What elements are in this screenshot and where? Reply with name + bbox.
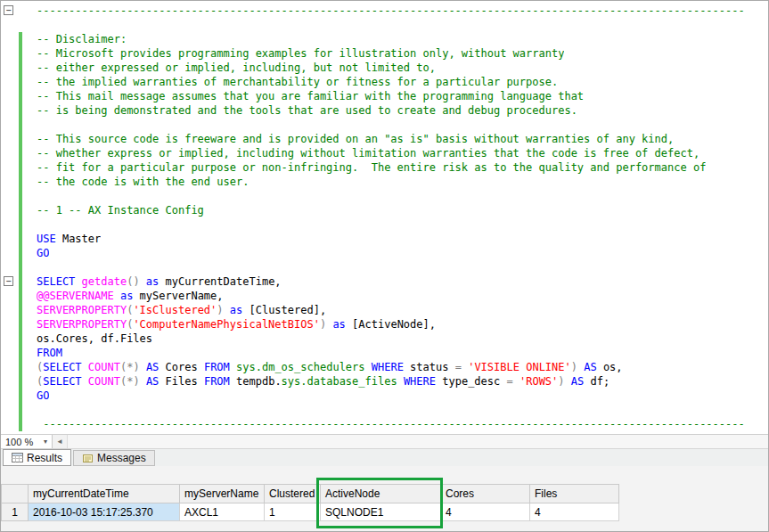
code-line-text[interactable]: FROM	[37, 346, 62, 360]
code-line-text[interactable]: -- Microsoft provides programming exampl…	[37, 46, 564, 61]
code-token: SELECT	[37, 275, 75, 288]
scroll-left-button[interactable]: ◄	[53, 435, 68, 448]
code-token	[82, 375, 88, 388]
code-line-text[interactable]: -- This source code is freeware and is p…	[37, 132, 674, 146]
row-header[interactable]: 1	[2, 503, 29, 521]
tab-messages[interactable]: Messages	[73, 450, 155, 466]
change-tracking-bar	[19, 189, 22, 203]
code-token: 'VISIBLE ONLINE'	[468, 361, 571, 373]
column-header-files[interactable]: Files	[530, 485, 619, 503]
code-line-text[interactable]: -- is being demonstrated and the tools t…	[37, 103, 577, 118]
outline-gutter	[1, 89, 19, 103]
change-tracking-bar	[19, 303, 22, 317]
code-line-text[interactable]: SERVERPROPERTY('ComputerNamePhysicalNetB…	[37, 317, 436, 331]
outline-gutter	[1, 403, 19, 417]
code-token: Master	[56, 233, 102, 245]
code-line-text[interactable]: -- the code is with the end user.	[37, 175, 249, 189]
code-line	[1, 189, 768, 203]
code-line-text[interactable]: -- Disclaimer:	[37, 32, 127, 46]
column-header-myservername[interactable]: myServerName	[180, 485, 265, 503]
code-line-text[interactable]: os.Cores, df.Files	[37, 331, 152, 346]
column-header-mycurrentdatetime[interactable]: myCurrentDateTime	[29, 485, 180, 503]
code-line-text[interactable]: SERVERPROPERTY('IsClustered') as [Cluste…	[37, 303, 326, 317]
code-token	[140, 275, 146, 288]
tab-results-label: Results	[27, 452, 62, 464]
code-line-text[interactable]: @@SERVERNAME as myServerName,	[37, 289, 224, 303]
code-line-text[interactable]: USE Master	[37, 232, 101, 246]
grid-cell-clustered[interactable]: 1	[265, 503, 321, 521]
code-token: SELECT	[43, 361, 81, 373]
code-line-text[interactable]: ----------------------------------------…	[37, 4, 745, 18]
horizontal-scrollbar-track[interactable]	[68, 435, 768, 448]
outline-gutter	[1, 289, 19, 303]
code-token: sys.database_files	[282, 375, 397, 388]
code-line-text[interactable]: SELECT getdate() as myCurrentDateTime,	[37, 274, 282, 289]
code-line-text[interactable]: GO	[37, 389, 49, 403]
code-line-text[interactable]: -- This mail message assumes that you ar…	[37, 89, 584, 103]
change-tracking-bar	[19, 389, 22, 403]
tab-messages-label: Messages	[97, 452, 146, 464]
code-line: −SELECT getdate() as myCurrentDateTime,	[1, 274, 768, 289]
code-line: -- Microsoft provides programming exampl…	[1, 46, 768, 61]
grid-cell-myservername[interactable]: AXCL1	[180, 503, 265, 521]
code-line: GO	[1, 246, 768, 260]
outline-gutter	[1, 118, 19, 132]
collapse-toggle-icon[interactable]: −	[4, 276, 13, 286]
code-line-text[interactable]: -- fit for a particular purpose or non-i…	[37, 160, 706, 175]
change-tracking-bar	[19, 346, 22, 360]
code-token: 'ComputerNamePhysicalNetBIOS'	[133, 318, 320, 331]
code-line-text[interactable]: -- 1 -- AX Instance Config	[37, 203, 204, 217]
outline-gutter	[1, 346, 19, 360]
outline-gutter	[1, 75, 19, 89]
code-token: -- whether express or implied, including…	[37, 147, 699, 160]
code-line: SERVERPROPERTY('ComputerNamePhysicalNetB…	[1, 317, 768, 331]
code-line: SERVERPROPERTY('IsClustered') as [Cluste…	[1, 303, 768, 317]
code-token: FROM	[204, 361, 230, 373]
grid-cell-files[interactable]: 4	[530, 503, 619, 521]
code-token: type_desc	[436, 375, 506, 388]
code-token	[140, 375, 146, 388]
code-line-text[interactable]: -- the implied warranties of merchantabi…	[37, 75, 558, 89]
code-line-text[interactable]: -- either expressed or implied, includin…	[37, 61, 436, 75]
code-token: AS	[146, 361, 159, 373]
outline-gutter	[1, 317, 19, 331]
code-line-text[interactable]: -- whether express or implied, including…	[37, 146, 699, 160]
code-token	[82, 361, 88, 373]
code-line	[1, 217, 768, 232]
code-line-text[interactable]: (SELECT COUNT(*) AS Cores FROM sys.dm_os…	[37, 360, 623, 374]
outline-gutter	[1, 374, 19, 389]
code-line-text[interactable]: (SELECT COUNT(*) AS Files FROM tempdb.sy…	[37, 374, 609, 389]
column-header-activenode[interactable]: ActiveNode	[321, 485, 441, 503]
change-tracking-bar	[19, 203, 22, 217]
code-token: USE	[37, 233, 56, 245]
grid-cell-mycurrentdatetime[interactable]: 2016-10-03 15:17:25.370	[29, 503, 180, 521]
code-token: -- Microsoft provides programming exampl…	[37, 47, 564, 60]
code-token: 'IsClustered'	[133, 304, 217, 316]
grid-cell-cores[interactable]: 4	[441, 503, 530, 521]
code-line-text[interactable]: ----------------------------------------…	[37, 417, 745, 431]
code-line: USE Master	[1, 232, 768, 246]
code-token: -- is being demonstrated and the tools t…	[37, 104, 577, 117]
sql-code-editor[interactable]: −---------------------------------------…	[1, 1, 768, 434]
code-line: os.Cores, df.Files	[1, 331, 768, 346]
change-tracking-bar	[19, 18, 22, 32]
collapse-toggle-icon[interactable]: −	[4, 5, 13, 15]
code-token: AS	[146, 375, 159, 388]
tab-results[interactable]: Results	[3, 449, 71, 466]
grid-cell-activenode[interactable]: SQLNODE1	[321, 503, 441, 521]
code-line-text[interactable]: GO	[37, 246, 49, 260]
grid-corner-cell[interactable]	[2, 485, 29, 503]
column-header-cores[interactable]: Cores	[441, 485, 530, 503]
code-token: as	[230, 304, 242, 316]
outline-gutter	[1, 146, 19, 160]
code-token: =	[507, 375, 513, 388]
code-token: as	[146, 275, 159, 288]
code-token	[397, 375, 404, 388]
outline-gutter	[1, 132, 19, 146]
column-header-clustered[interactable]: Clustered	[265, 485, 321, 503]
code-token: GO	[37, 389, 49, 402]
code-token: myCurrentDateTime,	[159, 275, 281, 288]
zoom-control[interactable]: 100 % ▾	[1, 435, 53, 448]
code-token: getdate	[82, 275, 127, 288]
code-token: (*)	[120, 375, 140, 388]
